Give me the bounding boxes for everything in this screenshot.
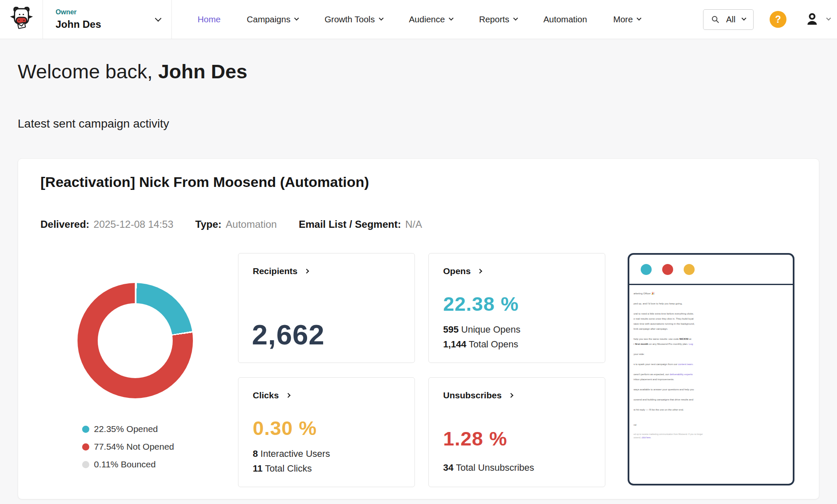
account-name: John Des (56, 19, 101, 30)
search-box[interactable]: All (703, 9, 754, 30)
chevron-right-icon (286, 393, 290, 397)
chevron-right-icon (478, 269, 482, 273)
opens-rate: 22.38 % (443, 292, 519, 315)
greeting-user-name: John Des (158, 60, 247, 83)
nav-item[interactable]: Audience (396, 14, 466, 24)
meta-item: Email List / Segment:N/A (299, 219, 422, 230)
stat-line: 11 Total Clicks (253, 461, 330, 476)
stat-line: 595 Unique Opens (443, 322, 520, 337)
user-icon (804, 11, 820, 27)
chevron-down-icon (741, 16, 746, 21)
clicks-card: Clicks 0.30 % 8 Interactive Users 11 Tot… (238, 377, 415, 487)
brand-logo[interactable] (0, 0, 43, 39)
campaign-title: [Reactivation] Nick From Moosend (Automa… (40, 174, 369, 190)
donut-chart (78, 283, 193, 398)
stat-line: 8 Interactive Users (253, 446, 330, 461)
chevron-down-icon (449, 16, 453, 21)
recipients-link[interactable]: Recipients (253, 266, 308, 276)
nav-item-label: Growth Tools (324, 14, 374, 24)
stats-grid: Recipients 2,662 Opens 22.38 % 595 Uniqu… (238, 253, 605, 487)
user-menu[interactable] (804, 11, 830, 27)
chevron-right-icon (305, 269, 309, 273)
meta-value: N/A (405, 219, 422, 230)
email-preview-body: arketing Officer 🎉 ped up, and I'd love … (629, 285, 793, 439)
chevron-down-icon (294, 16, 299, 21)
email-preview-header (629, 255, 793, 285)
legend-label: 77.54% Not Opened (94, 442, 174, 452)
opens-detail-lines: 595 Unique Opens 1,144 Total Opens (443, 322, 520, 352)
window-dot-icon (641, 264, 652, 275)
clicks-title: Clicks (253, 390, 279, 400)
legend-label: 22.35% Opened (94, 424, 158, 434)
nav-item[interactable]: Reports (466, 14, 530, 24)
stat-line: 1,144 Total Opens (443, 337, 520, 352)
legend-row: 0.11% Bounced (82, 459, 174, 469)
section-label: Latest sent campaign activity (18, 117, 819, 131)
chevron-down-icon (637, 16, 642, 21)
nav-item[interactable]: Automation (530, 14, 600, 24)
clicks-link[interactable]: Clicks (253, 390, 290, 400)
unsubscribes-card: Unsubscribes 1.28 % 34 Total Unsubscribe… (428, 377, 605, 487)
unsubscribes-detail-lines: 34 Total Unsubscribes (443, 460, 534, 475)
help-button[interactable]: ? (770, 11, 786, 28)
meta-label: Type: (195, 219, 222, 230)
page-title: Welcome back, John Des (18, 59, 819, 84)
opens-card: Opens 22.38 % 595 Unique Opens 1,144 Tot… (428, 253, 605, 363)
stat-line: 34 Total Unsubscribes (443, 460, 534, 475)
meta-item: Delivered:2025-12-08 14:53 (40, 219, 174, 230)
account-switcher-text: Owner John Des (56, 8, 101, 30)
email-preview-thumbnail[interactable]: arketing Officer 🎉 ped up, and I'd love … (628, 253, 794, 485)
opens-link[interactable]: Opens (443, 266, 481, 276)
chevron-down-icon (155, 15, 162, 21)
legend-dot-icon (82, 426, 89, 433)
account-role-label: Owner (56, 8, 101, 16)
welcome-section: Welcome back, John Des Latest sent campa… (0, 39, 837, 131)
unsubscribes-link[interactable]: Unsubscribes (443, 390, 513, 400)
meta-value: Automation (226, 219, 277, 230)
search-icon (711, 15, 719, 24)
donut-hole (98, 303, 173, 378)
opens-title: Opens (443, 266, 471, 276)
meta-label: Delivered: (40, 219, 89, 230)
campaign-card: [Reactivation] Nick From Moosend (Automa… (18, 158, 819, 499)
meta-value: 2025-12-08 14:53 (94, 219, 174, 230)
unsubscribes-rate: 1.28 % (443, 427, 507, 450)
legend-dot-icon (82, 443, 89, 451)
meta-item: Type:Automation (195, 219, 277, 230)
moosend-cow-logo-icon (8, 6, 35, 32)
top-nav: Owner John Des Home Campaigns Growth Too… (0, 0, 837, 39)
nav-item[interactable]: More (600, 14, 654, 24)
chevron-down-icon (513, 16, 518, 21)
legend-row: 77.54% Not Opened (82, 442, 174, 452)
campaign-meta: Delivered:2025-12-08 14:53 Type:Automati… (40, 219, 422, 230)
legend-dot-icon (82, 461, 89, 468)
chevron-down-icon (826, 16, 831, 21)
nav-item-label: Campaigns (247, 14, 291, 24)
chevron-down-icon (379, 16, 383, 21)
legend-label: 0.11% Bounced (94, 459, 156, 469)
main-nav: Home Campaigns Growth Tools Audience Rep… (185, 14, 654, 24)
recipients-card: Recipients 2,662 (238, 253, 415, 363)
recipients-title: Recipients (253, 266, 297, 276)
meta-label: Email List / Segment: (299, 219, 401, 230)
window-dot-icon (684, 264, 695, 275)
greeting-prefix: Welcome back, (18, 60, 158, 83)
unsubscribes-title: Unsubscribes (443, 390, 502, 400)
window-dot-icon (662, 264, 673, 275)
clicks-rate: 0.30 % (253, 416, 317, 440)
legend-row: 22.35% Opened (82, 424, 174, 434)
nav-item-label: More (613, 14, 633, 24)
chevron-right-icon (508, 393, 513, 397)
donut-legend: 22.35% Opened 77.54% Not Opened 0.11% Bo… (82, 424, 174, 469)
nav-item-label: Reports (479, 14, 509, 24)
search-scope-select[interactable]: All (726, 15, 735, 24)
recipients-value: 2,662 (252, 318, 325, 351)
nav-item[interactable]: Growth Tools (311, 14, 396, 24)
nav-item-label: Audience (409, 14, 445, 24)
nav-item[interactable]: Campaigns (234, 14, 312, 24)
nav-item[interactable]: Home (185, 14, 234, 24)
nav-item-label: Home (198, 14, 221, 24)
nav-item-label: Automation (543, 14, 587, 24)
clicks-detail-lines: 8 Interactive Users 11 Total Clicks (253, 446, 330, 476)
account-switcher[interactable]: Owner John Des (43, 0, 172, 39)
